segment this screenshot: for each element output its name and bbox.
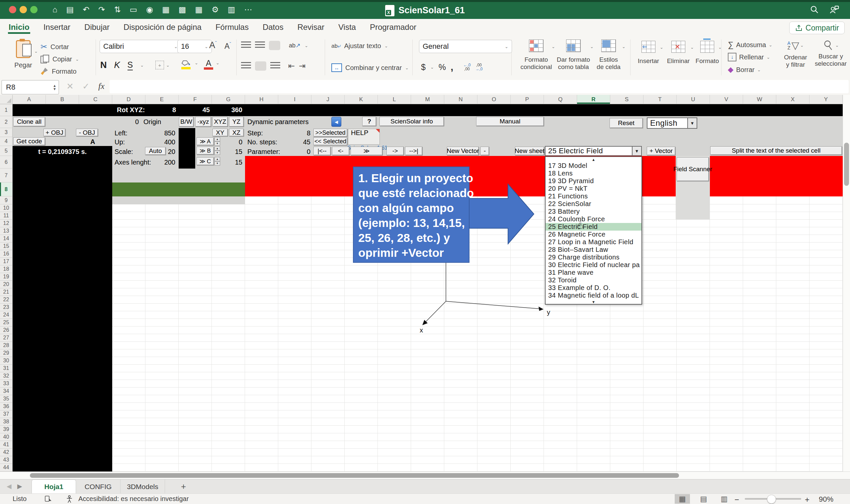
row-header-4[interactable]: 4 bbox=[0, 137, 13, 146]
row-header-30[interactable]: 30 bbox=[0, 357, 13, 365]
column-header-D[interactable]: D bbox=[112, 95, 145, 104]
column-header-I[interactable]: I bbox=[278, 95, 311, 104]
cancel-icon[interactable]: ✕ bbox=[66, 81, 74, 92]
row-header-14[interactable]: 14 bbox=[0, 235, 13, 242]
row-header-23[interactable]: 23 bbox=[0, 304, 13, 311]
column-header-O[interactable]: O bbox=[478, 95, 511, 104]
add-object-button[interactable]: + OBJ bbox=[44, 129, 65, 137]
back-media-icon[interactable]: ◀ bbox=[331, 117, 341, 127]
ribbon-tab-8[interactable]: Programador bbox=[369, 21, 417, 34]
project-option-9[interactable]: 26 Magnetic Force bbox=[545, 231, 641, 238]
project-option-4[interactable]: 21 Functions bbox=[545, 193, 641, 200]
play-button-1[interactable]: <- bbox=[332, 147, 349, 155]
plus-vector-button[interactable]: + Vector bbox=[647, 147, 675, 155]
borders-button[interactable]: + ⌄ bbox=[155, 61, 170, 69]
help-cell[interactable]: HELP bbox=[348, 129, 380, 145]
reset-button[interactable]: Reset bbox=[610, 118, 643, 128]
row-header-33[interactable]: 33 bbox=[0, 380, 13, 388]
row-header-21[interactable]: 21 bbox=[0, 288, 13, 296]
remove-vector-button[interactable]: - bbox=[481, 147, 489, 155]
column-header-Q[interactable]: Q bbox=[544, 95, 577, 104]
column-header-S[interactable]: S bbox=[610, 95, 643, 104]
percent-format-button[interactable]: % bbox=[439, 62, 446, 72]
row-header-13[interactable]: 13 bbox=[0, 227, 13, 235]
ribbon-tab-5[interactable]: Datos bbox=[262, 21, 284, 34]
font-name-select[interactable]: Calibri⌄ bbox=[100, 40, 181, 53]
conditional-formatting-button[interactable]: ⌄ Formato condicional bbox=[517, 39, 556, 71]
row-header-34[interactable]: 34 bbox=[0, 388, 13, 395]
column-header-K[interactable]: K bbox=[345, 95, 378, 104]
row-header-28[interactable]: 28 bbox=[0, 342, 13, 349]
align-top-button[interactable] bbox=[241, 41, 251, 50]
column-header-G[interactable]: G bbox=[212, 95, 245, 104]
currency-format-button[interactable]: $ bbox=[421, 62, 426, 72]
row-header-22[interactable]: 22 bbox=[0, 296, 13, 304]
formula-input[interactable] bbox=[109, 80, 849, 93]
preview-chart-area[interactable]: t = 0,2109375 s. bbox=[13, 146, 112, 471]
font-size-select[interactable]: 16⌄ bbox=[177, 40, 212, 53]
row-header-5[interactable]: 5 bbox=[0, 146, 13, 156]
get-code-button[interactable]: Get code bbox=[13, 137, 45, 145]
project-option-3[interactable]: 20 PV = NkT bbox=[545, 185, 641, 193]
vertical-scrollbar[interactable] bbox=[843, 95, 850, 471]
new-vector-button[interactable]: New Vector bbox=[447, 147, 479, 155]
zoom-slider-thumb[interactable] bbox=[767, 495, 776, 504]
clear-button[interactable]: ◆ Borrar⌄ bbox=[728, 65, 761, 74]
row-header-1[interactable]: 1 bbox=[0, 104, 13, 116]
column-header-P[interactable]: P bbox=[511, 95, 544, 104]
row-header-3[interactable]: 3 bbox=[0, 128, 13, 137]
project-option-8[interactable]: 25 Electric Field bbox=[545, 223, 641, 231]
add-sheet-button[interactable]: + bbox=[181, 482, 186, 492]
project-option-5[interactable]: 22 ScienSolar bbox=[545, 200, 641, 208]
project-option-0[interactable]: 17 3D Model bbox=[545, 162, 641, 169]
row-header-44[interactable]: 44 bbox=[0, 464, 13, 471]
row-header-42[interactable]: 42 bbox=[0, 449, 13, 456]
accessibility-icon[interactable] bbox=[65, 495, 74, 503]
ribbon-tab-6[interactable]: Revisar bbox=[297, 21, 325, 34]
grow-font-button[interactable]: Aˆ bbox=[209, 40, 217, 50]
project-option-2[interactable]: 19 3D Pyramid bbox=[545, 177, 641, 185]
project-option-13[interactable]: 30 Electric Field of nuclear pa bbox=[545, 261, 641, 269]
share-button[interactable]: Compartir bbox=[789, 22, 845, 34]
scroll-up-arrow[interactable]: ▲ bbox=[545, 157, 641, 162]
project-option-12[interactable]: 29 Charge distributions bbox=[545, 253, 641, 261]
delete-cells-button[interactable]: ✕ ⌄ Eliminar bbox=[664, 41, 693, 65]
remove-object-button[interactable]: - OBJ bbox=[76, 129, 98, 137]
column-header-W[interactable]: W bbox=[743, 95, 776, 104]
row-header-41[interactable]: 41 bbox=[0, 441, 13, 449]
project-option-14[interactable]: 31 Plane wave bbox=[545, 269, 641, 276]
row-header-7[interactable]: 7 bbox=[0, 168, 13, 182]
column-header-R[interactable]: R bbox=[577, 95, 610, 104]
page-layout-view-button[interactable]: ▤ bbox=[696, 494, 711, 504]
increase-indent-button[interactable]: ⇥ bbox=[299, 61, 306, 71]
row-header-36[interactable]: 36 bbox=[0, 403, 13, 410]
xy-button[interactable]: XY bbox=[212, 129, 228, 137]
horizontal-scrollbar[interactable] bbox=[0, 471, 850, 480]
page-break-view-button[interactable]: ▥ bbox=[716, 494, 732, 504]
row-header-18[interactable]: 18 bbox=[0, 266, 13, 273]
bold-button[interactable]: N bbox=[100, 60, 107, 70]
column-header-B[interactable]: B bbox=[46, 95, 79, 104]
ribbon-tab-2[interactable]: Dibujar bbox=[84, 21, 110, 34]
sciensolar-info-button[interactable]: ScienSolar info bbox=[380, 117, 444, 126]
row-header-27[interactable]: 27 bbox=[0, 334, 13, 342]
select-all-corner[interactable] bbox=[0, 95, 13, 104]
shrink-font-button[interactable]: Aˇ bbox=[224, 41, 231, 51]
play-button-3[interactable]: -> bbox=[386, 147, 404, 155]
feedback-person-icon[interactable] bbox=[829, 4, 839, 15]
column-header-J[interactable]: J bbox=[311, 95, 345, 104]
comma-format-button[interactable]: , bbox=[451, 61, 453, 73]
align-middle-button[interactable] bbox=[255, 41, 265, 50]
align-bottom-button[interactable] bbox=[269, 41, 280, 50]
copy-button[interactable]: Copiar ⌄ bbox=[40, 55, 79, 64]
align-right-button[interactable] bbox=[270, 62, 280, 70]
zoom-level[interactable]: 90% bbox=[819, 495, 833, 504]
play-button-2[interactable]: ≫ bbox=[351, 147, 382, 155]
column-header-T[interactable]: T bbox=[643, 95, 677, 104]
column-header-F[interactable]: F bbox=[179, 95, 212, 104]
font-color-chevron[interactable]: ⌄ bbox=[216, 60, 220, 65]
scroll-down-arrow[interactable]: ▼ bbox=[545, 299, 641, 304]
align-center-button[interactable] bbox=[255, 61, 266, 71]
orientation-button[interactable]: ab↗ bbox=[289, 42, 300, 49]
column-header-L[interactable]: L bbox=[378, 95, 411, 104]
